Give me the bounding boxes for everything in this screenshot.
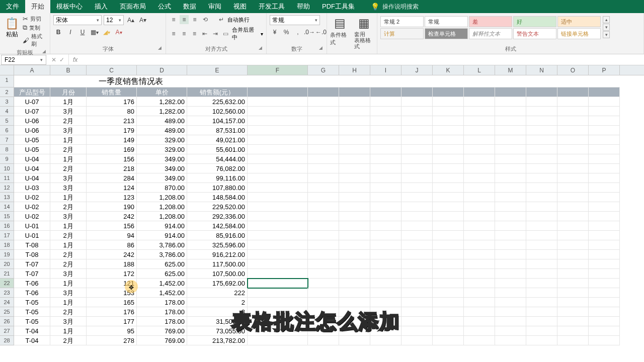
cell[interactable] <box>464 202 495 212</box>
cell[interactable]: 86 <box>87 240 137 250</box>
cell[interactable]: 1,452.00 <box>137 288 187 298</box>
cell[interactable] <box>339 75 370 87</box>
cell[interactable] <box>464 336 495 345</box>
cell[interactable]: 1月 <box>50 221 87 231</box>
cell[interactable] <box>433 307 464 317</box>
paste-button[interactable]: 📋 粘贴 <box>3 15 21 39</box>
dialog-launcher-icon[interactable]: ◢ <box>42 49 46 54</box>
scroll-up-icon[interactable]: ▴ <box>603 16 610 23</box>
style-cell[interactable]: 解释性文本 <box>469 28 512 39</box>
cell[interactable] <box>370 107 401 116</box>
col-header-H[interactable]: H <box>339 65 370 75</box>
cell[interactable] <box>339 164 370 173</box>
chevron-down-icon[interactable]: ▾ <box>261 31 263 37</box>
cell[interactable] <box>370 336 401 345</box>
cell[interactable] <box>464 97 495 107</box>
cell[interactable] <box>433 269 464 279</box>
cell[interactable] <box>526 107 557 116</box>
cell[interactable]: U-07 <box>14 107 50 116</box>
cell[interactable] <box>370 75 401 87</box>
cancel-formula-icon[interactable]: ✕ <box>51 56 56 63</box>
cell[interactable] <box>557 107 589 116</box>
cell[interactable]: U-07 <box>14 97 50 107</box>
cell[interactable] <box>495 317 526 326</box>
cell[interactable] <box>433 240 464 250</box>
cell[interactable] <box>495 145 526 154</box>
cell[interactable] <box>557 202 589 212</box>
cell[interactable]: 3月 <box>50 183 87 193</box>
cell[interactable] <box>526 145 557 154</box>
cell[interactable] <box>308 75 339 87</box>
cell[interactable] <box>557 298 589 307</box>
cell[interactable]: 914.00 <box>137 231 187 240</box>
row-header[interactable]: 28 <box>0 336 14 345</box>
cell[interactable] <box>557 183 589 193</box>
cell[interactable]: 1月 <box>50 326 87 336</box>
cell[interactable] <box>308 145 339 154</box>
cell[interactable] <box>308 202 339 212</box>
cell[interactable]: 625.00 <box>137 259 187 269</box>
cell[interactable] <box>339 279 370 288</box>
cell[interactable]: 242 <box>87 212 137 221</box>
cell[interactable] <box>308 164 339 173</box>
cell[interactable] <box>370 126 401 135</box>
cell[interactable] <box>370 135 401 145</box>
cell[interactable] <box>339 231 370 240</box>
cell[interactable]: 625.00 <box>137 269 187 279</box>
cell[interactable] <box>557 193 589 202</box>
cell[interactable]: 329.00 <box>137 135 187 145</box>
cell[interactable] <box>589 221 620 231</box>
cell[interactable] <box>557 164 589 173</box>
cell[interactable] <box>495 97 526 107</box>
cell[interactable] <box>308 97 339 107</box>
cell[interactable]: 1,452.00 <box>137 279 187 288</box>
row-header[interactable]: 26 <box>0 317 14 326</box>
menu-文件[interactable]: 文件 <box>0 0 25 13</box>
cell[interactable] <box>495 298 526 307</box>
cell[interactable] <box>589 298 620 307</box>
cell[interactable] <box>464 87 495 97</box>
cell[interactable]: U-04 <box>14 154 50 164</box>
cell[interactable] <box>401 183 433 193</box>
cell[interactable]: 3月 <box>50 212 87 221</box>
cell[interactable] <box>495 250 526 259</box>
merge-center-button[interactable]: 合并后居中 <box>232 26 259 41</box>
cell[interactable] <box>308 221 339 231</box>
cell[interactable] <box>308 116 339 126</box>
font-color-button[interactable]: A▾ <box>114 27 124 37</box>
cell[interactable] <box>495 126 526 135</box>
cell[interactable] <box>401 221 433 231</box>
cell[interactable]: 914.00 <box>137 221 187 231</box>
cell[interactable] <box>339 298 370 307</box>
cell[interactable]: 1,208.00 <box>137 212 187 221</box>
cell[interactable] <box>557 336 589 345</box>
cell[interactable] <box>433 288 464 298</box>
cell[interactable] <box>433 107 464 116</box>
cell[interactable]: 153 <box>87 288 137 298</box>
menu-审阅[interactable]: 审阅 <box>202 0 227 13</box>
cell[interactable]: U-02 <box>14 212 50 221</box>
cell[interactable]: 349.00 <box>137 164 187 173</box>
cell[interactable]: 329.00 <box>137 145 187 154</box>
table-header[interactable]: 产品型号 <box>14 87 50 97</box>
cell[interactable] <box>433 250 464 259</box>
cell[interactable] <box>401 135 433 145</box>
row-header[interactable]: 20 <box>0 259 14 269</box>
cell[interactable]: 2月 <box>50 202 87 212</box>
cell[interactable] <box>495 259 526 269</box>
cell[interactable]: 2月 <box>50 116 87 126</box>
cell[interactable] <box>308 298 339 307</box>
cell[interactable] <box>433 87 464 97</box>
style-cell[interactable]: 警告文本 <box>513 28 556 39</box>
conditional-format-button[interactable]: ▤ 条件格式 <box>330 16 350 46</box>
cell[interactable]: U-05 <box>14 135 50 145</box>
cell[interactable]: U-04 <box>14 164 50 173</box>
cell[interactable] <box>248 212 308 221</box>
cell[interactable] <box>557 75 589 87</box>
row-header[interactable]: 9 <box>0 154 14 164</box>
col-header-D[interactable]: D <box>137 65 187 75</box>
cell[interactable] <box>339 202 370 212</box>
cell[interactable] <box>433 298 464 307</box>
cell[interactable] <box>433 154 464 164</box>
cell[interactable]: 225,632.00 <box>187 97 248 107</box>
